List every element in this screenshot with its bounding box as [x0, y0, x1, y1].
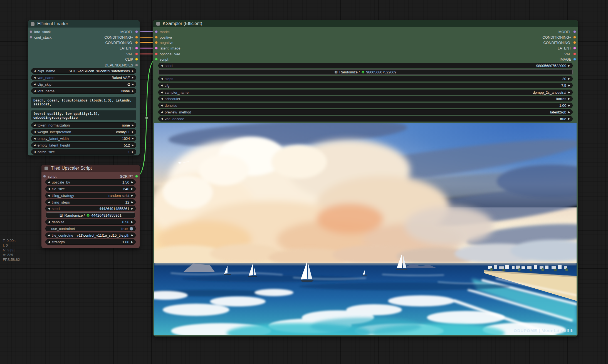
port-dot-icon[interactable]	[155, 30, 158, 33]
left-arrow-icon[interactable]: ◀	[34, 144, 36, 147]
node-tiled-upscaler-script[interactable]: Tiled Upscaler Script script SCRIPT ◀ups…	[41, 165, 140, 248]
output-slot-model[interactable]: MODEL	[120, 29, 138, 34]
output-slot-vae[interactable]: VAE	[126, 52, 138, 56]
node-header[interactable]: Efficient Loader	[28, 20, 140, 28]
right-arrow-icon[interactable]: ▶	[131, 221, 133, 223]
right-arrow-icon[interactable]: ▶	[132, 137, 134, 140]
left-arrow-icon[interactable]: ◀	[48, 207, 50, 210]
widget-ckpt-name[interactable]: ◀ckpt_nameSD1.5\sdSilicon_silicon29.safe…	[31, 68, 136, 74]
right-arrow-icon[interactable]: ▶	[132, 70, 134, 72]
right-arrow-icon[interactable]: ▶	[568, 64, 570, 67]
left-arrow-icon[interactable]: ◀	[161, 91, 163, 94]
port-dot-icon[interactable]	[155, 41, 158, 44]
left-arrow-icon[interactable]: ◀	[34, 137, 36, 140]
right-arrow-icon[interactable]: ▶	[132, 144, 134, 147]
right-arrow-icon[interactable]: ▶	[132, 76, 134, 79]
widget-tiling-strategy[interactable]: ◀tiling_strategyrandom strict▶	[45, 193, 136, 198]
right-arrow-icon[interactable]: ▶	[568, 77, 570, 80]
left-arrow-icon[interactable]: ◀	[48, 241, 50, 243]
widget-vae-decode[interactable]: ◀vae_decodetrue▶	[158, 116, 573, 122]
left-arrow-icon[interactable]: ◀	[48, 201, 50, 204]
output-slot-image[interactable]: IMAGE	[560, 57, 576, 61]
output-slot-vae[interactable]: VAE	[564, 52, 576, 56]
left-arrow-icon[interactable]: ◀	[161, 104, 163, 107]
port-dot-icon[interactable]	[573, 30, 576, 33]
port-dot-icon[interactable]	[573, 41, 576, 44]
port-dot-icon[interactable]	[29, 30, 32, 33]
widget-cfg[interactable]: ◀cfg7.5▶	[158, 83, 573, 88]
left-arrow-icon[interactable]: ◀	[34, 124, 36, 127]
right-arrow-icon[interactable]: ▶	[568, 111, 570, 113]
widget-seed[interactable]: ◀seed980056807522009▶	[158, 63, 573, 68]
left-arrow-icon[interactable]: ◀	[161, 84, 163, 87]
right-arrow-icon[interactable]: ▶	[132, 150, 134, 153]
output-slot-script[interactable]: SCRIPT	[120, 174, 138, 179]
output-slot-conditioning-minus[interactable]: CONDITIONING-	[543, 40, 576, 45]
randomize-seed-button[interactable]: ⚄Randomize /♻980056807522009	[158, 69, 573, 75]
right-arrow-icon[interactable]: ▶	[568, 104, 570, 107]
left-arrow-icon[interactable]: ◀	[34, 150, 36, 153]
widget-preview-method[interactable]: ◀preview_methodlatent2rgb▶	[158, 109, 573, 115]
widget-strength[interactable]: ◀strength1.00▶	[45, 239, 136, 245]
toggle-icon[interactable]	[130, 227, 133, 231]
right-arrow-icon[interactable]: ▶	[132, 124, 134, 127]
widget-tiling-steps[interactable]: ◀tiling_steps12▶	[45, 199, 136, 205]
port-dot-icon[interactable]	[155, 53, 158, 55]
port-dot-icon[interactable]	[155, 58, 158, 61]
widget-lora-name[interactable]: ◀lora_nameNone▶	[31, 88, 136, 94]
right-arrow-icon[interactable]: ▶	[132, 130, 134, 133]
positive-prompt-textarea[interactable]: beach, ocean, (cumulonimbus clouds:1.3),…	[31, 97, 136, 108]
node-efficient-loader[interactable]: Efficient Loader lora_stack cnet_stack M…	[28, 20, 140, 155]
left-arrow-icon[interactable]: ◀	[161, 97, 163, 100]
negative-prompt-textarea[interactable]: (worst quality, low quality:1.3), embedd…	[31, 110, 136, 120]
left-arrow-icon[interactable]: ◀	[48, 194, 50, 197]
right-arrow-icon[interactable]: ▶	[131, 234, 133, 237]
left-arrow-icon[interactable]: ◀	[161, 77, 163, 80]
port-dot-icon[interactable]	[573, 53, 576, 55]
right-arrow-icon[interactable]: ▶	[131, 187, 133, 190]
output-slot-dependencies[interactable]: DEPENDENCIES	[105, 63, 138, 67]
right-arrow-icon[interactable]: ▶	[131, 194, 133, 197]
wire-midpoint-dot[interactable]	[145, 117, 148, 119]
output-slot-conditioning-plus[interactable]: CONDITIONING+	[542, 35, 576, 39]
port-dot-icon[interactable]	[135, 175, 138, 178]
input-slot-script[interactable]: script	[155, 57, 168, 61]
node-ksampler-efficient[interactable]: KSampler (Efficient) model positive nega…	[153, 20, 578, 336]
left-arrow-icon[interactable]: ◀	[34, 90, 36, 92]
right-arrow-icon[interactable]: ▶	[568, 97, 570, 100]
right-arrow-icon[interactable]: ▶	[568, 117, 570, 120]
widget-tile-size[interactable]: ◀tile_size640▶	[45, 186, 136, 192]
port-dot-icon[interactable]	[43, 175, 46, 178]
widget-batch-size[interactable]: ◀batch_size1▶	[31, 149, 136, 155]
left-arrow-icon[interactable]: ◀	[48, 234, 50, 237]
collapse-box-icon[interactable]	[31, 22, 34, 26]
port-dot-icon[interactable]	[135, 41, 138, 44]
widget-weight-interpretation[interactable]: ◀weight_interpretationcomfy++▶	[31, 129, 136, 135]
widget-empty-latent-width[interactable]: ◀empty_latent_width1024▶	[31, 136, 136, 141]
output-slot-clip[interactable]: CLIP	[125, 57, 138, 61]
right-arrow-icon[interactable]: ▶	[132, 83, 134, 86]
widget-tile-controlnet[interactable]: ◀tile_controlnetv11\control_v11f1e_sd15_…	[45, 232, 136, 238]
widget-denoise[interactable]: ◀denoise1.00▶	[158, 103, 573, 108]
input-slot-latent-image[interactable]: latent_image	[155, 46, 180, 50]
widget-upscale-by[interactable]: ◀upscale_by1.50▶	[45, 179, 136, 185]
output-slot-model[interactable]: MODEL	[558, 29, 576, 34]
port-dot-icon[interactable]	[573, 36, 576, 39]
left-arrow-icon[interactable]: ◀	[34, 70, 36, 72]
widget-vae-name[interactable]: ◀vae_nameBaked VAE▶	[31, 75, 136, 80]
widget-steps[interactable]: ◀steps20▶	[158, 76, 573, 81]
port-dot-icon[interactable]	[573, 58, 576, 61]
widget-denoise[interactable]: ◀denoise0.56▶	[45, 219, 136, 225]
collapse-box-icon[interactable]	[156, 22, 160, 26]
input-slot-script[interactable]: script	[43, 174, 56, 179]
input-slot-lora-stack[interactable]: lora_stack	[29, 29, 51, 34]
port-dot-icon[interactable]	[135, 53, 138, 55]
left-arrow-icon[interactable]: ◀	[161, 111, 163, 113]
right-arrow-icon[interactable]: ▶	[132, 90, 134, 92]
widget-empty-latent-height[interactable]: ◀empty_latent_height512▶	[31, 142, 136, 148]
port-dot-icon[interactable]	[573, 47, 576, 49]
widget-sampler-name[interactable]: ◀sampler_namedpmpp_2s_ancestral▶	[158, 90, 573, 95]
node-header[interactable]: Tiled Upscaler Script	[41, 165, 140, 172]
port-dot-icon[interactable]	[135, 47, 138, 49]
input-slot-optional-vae[interactable]: optional_vae	[155, 52, 180, 56]
